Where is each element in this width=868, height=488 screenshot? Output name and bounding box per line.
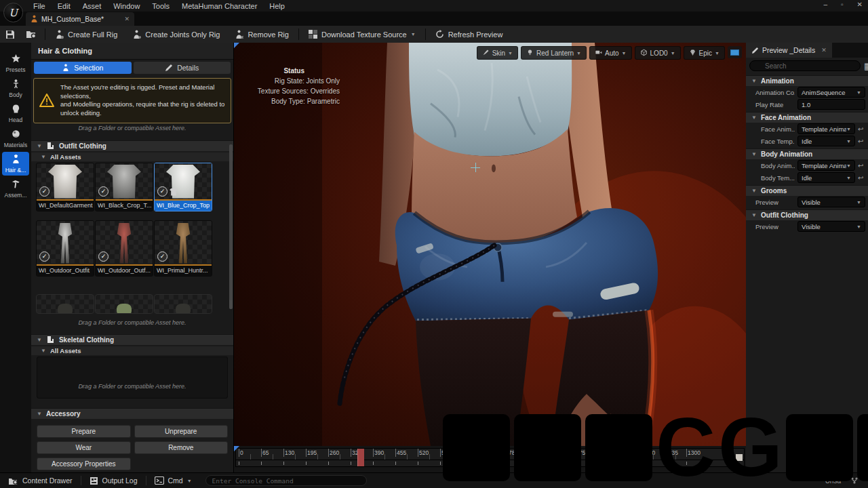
console-command-input[interactable] [205, 475, 367, 486]
remove-rig-button[interactable]: Remove Rig [227, 26, 296, 43]
viewport-lighting-dropdown[interactable]: Red Lantern▼ [521, 46, 587, 60]
accessory-wear-button[interactable]: Wear [37, 441, 131, 454]
asset-tile-partial[interactable] [95, 294, 153, 314]
close-icon[interactable]: ✕ [857, 1, 863, 8]
asset-tile-partial[interactable] [36, 294, 94, 314]
sidebar-item-presets[interactable]: Presets [0, 52, 31, 75]
reset-to-default-icon[interactable]: ↩ [858, 138, 866, 145]
section-animation[interactable]: ▼Animation [746, 75, 868, 86]
reset-to-default-icon[interactable]: ↩ [858, 174, 866, 182]
menu-item-file[interactable]: File [27, 1, 52, 11]
asset-tile-partial[interactable] [154, 294, 212, 314]
section-outfit-clothing[interactable]: ▼Outfit Clothing [746, 209, 868, 220]
create-joints-only-rig-button[interactable]: Create Joints Only Rig [125, 26, 227, 43]
download-texture-source-button[interactable]: Download Texture Source ▼ [301, 26, 423, 43]
timeline-tick [452, 454, 452, 460]
property-dropdown[interactable]: Template Anima▼ [797, 123, 855, 134]
section-grooms[interactable]: ▼Grooms [746, 185, 868, 196]
tab-mh-custom-base[interactable]: MH_Custom_Base* ✕ [26, 12, 134, 26]
timeline-playhead[interactable] [357, 449, 364, 466]
property-dropdown[interactable]: Visible▼ [797, 221, 865, 232]
maximize-icon[interactable]: ▫ [841, 1, 844, 8]
asset-tile-wi_outdoor_outfit[interactable]: ✓WI_Outdoor_Outfit [36, 220, 94, 277]
viewport-dropdown-label: Epic [699, 49, 712, 57]
tab-close-icon[interactable]: ✕ [821, 47, 827, 54]
timeline-tick [474, 454, 475, 460]
tab-close-icon[interactable]: ✕ [124, 16, 130, 22]
revision-control-icon[interactable] [850, 476, 859, 485]
unsaved-indicator[interactable]: Unsa [825, 477, 841, 485]
asset-tile-wi_defaultgarment[interactable]: ✓WI_DefaultGarment [36, 163, 94, 211]
property-dropdown[interactable]: AnimSequence▼ [797, 87, 865, 98]
sidebar-item-head[interactable]: Head [0, 102, 31, 125]
browse-to-asset-button[interactable] [20, 26, 43, 43]
property-dropdown[interactable]: Template Anima▼ [797, 160, 855, 171]
menu-item-window[interactable]: Window [107, 1, 146, 11]
sidebar-item-materials[interactable]: Materials [0, 127, 31, 150]
pencil-icon [165, 64, 173, 72]
timeline-tick [552, 449, 553, 457]
refresh-preview-label: Refresh Preview [448, 30, 503, 39]
asset-tile-wi_blue_crop_top[interactable]: ✓WI_Blue_Crop_Top [154, 163, 212, 211]
reset-to-default-icon[interactable]: ↩ [858, 162, 866, 169]
sidebar-item-body[interactable]: Body [0, 77, 31, 100]
reset-to-default-icon[interactable]: ↩ [858, 125, 866, 133]
accessory-accessory-properties-button[interactable]: Accessory Properties [37, 458, 131, 470]
details-view-options-icon[interactable]: ▦ [864, 61, 868, 71]
asset-name: WI_Outdoor_Outfit [37, 266, 94, 276]
timeline-tick-label: 260 [330, 449, 339, 456]
panel-scrollbar[interactable] [229, 144, 233, 300]
accessory-unprepare-button[interactable]: Unprepare [134, 425, 229, 438]
viewport-quality-dropdown[interactable]: Epic▼ [684, 46, 725, 60]
cmd-button[interactable]: Cmd ▼ [146, 473, 200, 488]
sidebar-item-assembly[interactable]: Assem... [0, 177, 31, 201]
create-full-rig-button[interactable]: Create Full Rig [47, 26, 125, 43]
viewport-lod-dropdown[interactable]: LOD0▼ [635, 46, 681, 60]
sidebar-item-hair-clothing[interactable]: Hair &... [2, 152, 29, 176]
viewport-camera-dropdown[interactable]: Auto▼ [589, 46, 632, 60]
output-log-button[interactable]: Output Log [81, 473, 146, 488]
tab-selection[interactable]: Selection [34, 62, 132, 74]
checkmark-icon: ✓ [39, 186, 50, 197]
property-dropdown[interactable]: Idle▼ [797, 136, 855, 146]
refresh-preview-button[interactable]: Refresh Preview [428, 26, 511, 43]
content-drawer-button[interactable]: Content Drawer [0, 473, 81, 488]
timeline-tick-label: 65 [262, 449, 269, 456]
property-dropdown[interactable]: Visible▼ [797, 197, 865, 207]
timeline-tick [597, 462, 597, 465]
menu-item-asset[interactable]: Asset [77, 1, 108, 11]
subsection-all-assets[interactable]: ▼ All Assets [31, 152, 233, 161]
section-body-animation[interactable]: ▼Body Animation [746, 148, 868, 159]
menu-item-tools[interactable]: Tools [146, 1, 176, 11]
menu-item-metahuman-character[interactable]: MetaHuman Character [176, 1, 263, 11]
tab-details[interactable]: Details [134, 62, 231, 74]
timeline-ruler[interactable]: 0651301952603253904555205856507157808459… [235, 448, 745, 467]
tab-preview-details[interactable]: Preview _Details ✕ [746, 43, 832, 58]
minimize-icon[interactable]: – [824, 1, 828, 8]
section-skeletal-clothing[interactable]: ▼ Skeletal Clothing [31, 334, 233, 345]
sidebar-item-label: Head [9, 117, 22, 123]
skeletal-drop-area[interactable]: Drag a Folder or compatible Asset here. [37, 357, 228, 399]
accessory-prepare-button[interactable]: Prepare [37, 425, 131, 438]
menu-item-help[interactable]: Help [263, 1, 291, 11]
save-button[interactable] [0, 26, 20, 43]
viewport-skin-dropdown[interactable]: Skin▼ [477, 46, 518, 60]
accessory-remove-button[interactable]: Remove [134, 441, 229, 454]
asset-tile-wi_primal_huntr...[interactable]: ✓WI_Primal_Huntr... [154, 220, 212, 277]
section-face-animation[interactable]: ▼Face Animation [746, 112, 868, 123]
asset-tile-wi_outdoor_outf...[interactable]: ✓WI_Outdoor_Outf... [95, 220, 153, 277]
menu-item-edit[interactable]: Edit [52, 1, 77, 11]
timeline-tick [373, 462, 374, 465]
property-input[interactable]: 1.0 [797, 99, 865, 110]
property-dropdown[interactable]: Idle▼ [797, 172, 855, 183]
section-accessory[interactable]: ▼ Accessory [31, 408, 233, 419]
viewport-keyboard-shortcuts-button[interactable] [728, 46, 742, 58]
collapse-arrow-icon: ▼ [751, 212, 757, 218]
preview-viewport[interactable]: Status Rig State: Joints Only Texture So… [234, 43, 746, 446]
timeline-tick-label: 910 [553, 449, 563, 456]
asset-tile-wi_black_crop_t...[interactable]: ✓WI_Black_Crop_T... [95, 163, 153, 211]
rig-joints-icon [132, 30, 141, 39]
subsection-all-assets[interactable]: ▼ All Assets [31, 346, 233, 355]
section-outfit-clothing[interactable]: ▼ Outfit Clothing [31, 140, 233, 151]
search-input[interactable] [749, 60, 861, 71]
